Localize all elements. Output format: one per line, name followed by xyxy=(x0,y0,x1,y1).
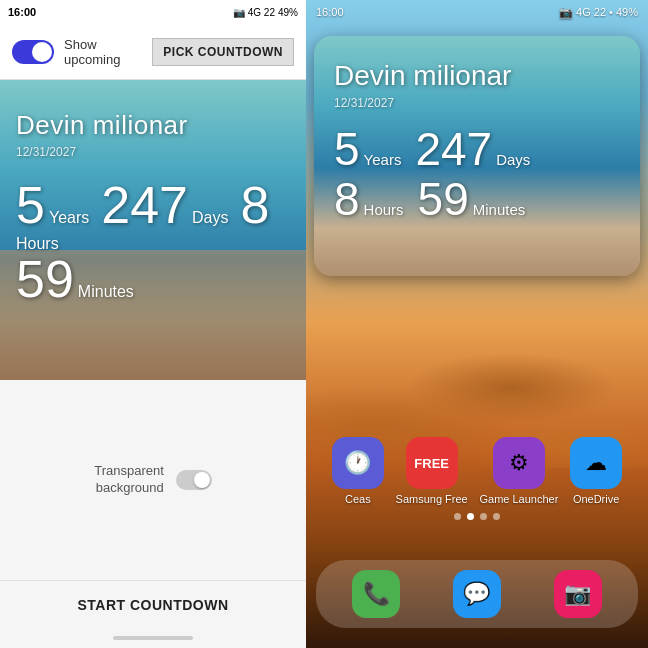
countdown-days-num: 247 xyxy=(101,179,188,231)
countdown-days-label: Days xyxy=(192,209,228,227)
pick-countdown-button[interactable]: PICK COUNTDOWN xyxy=(152,38,294,66)
left-battery-text: 49% xyxy=(278,7,298,18)
widget-days-label: Days xyxy=(496,151,530,168)
ceas-label: Ceas xyxy=(345,493,371,505)
widget-time-row-2: 8 Hours 59 Minutes xyxy=(334,176,620,222)
right-status-icons: 📷 4G 22 • 49% xyxy=(559,6,638,19)
widget-hours-label: Hours xyxy=(364,201,404,218)
right-panel: 16:00 📷 4G 22 • 49% Devin milionar 12/31… xyxy=(306,0,648,648)
right-network-text: 4G 22 • xyxy=(576,6,613,18)
countdown-event-name: Devin milionar xyxy=(16,110,290,141)
transparent-bg-toggle[interactable] xyxy=(176,470,212,490)
app-icon-ceas[interactable]: 🕐 Ceas xyxy=(332,437,384,505)
widget-event-date: 12/31/2027 xyxy=(334,96,620,110)
countdown-event-date: 12/31/2027 xyxy=(16,145,290,159)
widget-minutes-num: 59 xyxy=(418,176,469,222)
left-network-text: 4G 22 xyxy=(248,7,275,18)
ceas-icon-shape: 🕐 xyxy=(332,437,384,489)
transparent-bg-row: Transparentbackground xyxy=(0,380,306,580)
dot-2 xyxy=(467,513,474,520)
show-upcoming-toggle[interactable] xyxy=(12,40,54,64)
game-launcher-label: Game Launcher xyxy=(479,493,558,505)
widget-years-num: 5 xyxy=(334,126,360,172)
countdown-years-num: 5 xyxy=(16,179,45,231)
game-launcher-icon-shape: ⚙ xyxy=(493,437,545,489)
widget-years-label: Years xyxy=(364,151,402,168)
app-row-1: 🕐 Ceas FREE Samsung Free ⚙ Game Launcher… xyxy=(326,437,628,505)
dock-phone-icon[interactable]: 📞 xyxy=(352,570,400,618)
samsung-free-label: Samsung Free xyxy=(396,493,468,505)
left-status-icons: 📷 4G 22 49% xyxy=(233,7,298,18)
right-time: 16:00 xyxy=(316,6,344,18)
left-signal-icon: 📷 xyxy=(233,7,245,18)
left-time: 16:00 xyxy=(8,6,36,18)
left-toolbar: Show upcoming PICK COUNTDOWN xyxy=(0,24,306,80)
countdown-minutes-label: Minutes xyxy=(78,283,134,301)
show-upcoming-label: Show upcoming xyxy=(64,37,142,67)
right-status-bar: 16:00 📷 4G 22 • 49% xyxy=(306,0,648,24)
samsung-free-icon-shape: FREE xyxy=(406,437,458,489)
apps-area: 🕐 Ceas FREE Samsung Free ⚙ Game Launcher… xyxy=(306,437,648,528)
widget-time-row-1: 5 Years 247 Days xyxy=(334,126,620,172)
widget-content: Devin milionar 12/31/2027 5 Years 247 Da… xyxy=(314,36,640,276)
app-icon-samsung-free[interactable]: FREE Samsung Free xyxy=(396,437,468,505)
transparent-bg-label: Transparentbackground xyxy=(94,463,164,497)
onedrive-icon-shape: ☁ xyxy=(570,437,622,489)
page-dots xyxy=(326,513,628,520)
dot-1 xyxy=(454,513,461,520)
countdown-hours-num: 8 xyxy=(240,179,269,231)
bottom-handle xyxy=(113,636,193,640)
start-countdown-button[interactable]: START COUNTDOWN xyxy=(0,580,306,628)
countdown-preview: Devin milionar 12/31/2027 5 Years 247 Da… xyxy=(0,80,306,380)
countdown-time-row-2: 59 Minutes xyxy=(16,253,290,305)
dock-messages-icon[interactable]: 💬 xyxy=(453,570,501,618)
countdown-years-label: Years xyxy=(49,209,89,227)
dot-3 xyxy=(480,513,487,520)
left-status-bar: 16:00 📷 4G 22 49% xyxy=(0,0,306,24)
right-battery-text: 49% xyxy=(616,6,638,18)
app-icon-onedrive[interactable]: ☁ OneDrive xyxy=(570,437,622,505)
dot-4 xyxy=(493,513,500,520)
onedrive-label: OneDrive xyxy=(573,493,619,505)
start-countdown-label: START COUNTDOWN xyxy=(77,597,228,613)
left-panel: 16:00 📷 4G 22 49% Show upcoming PICK COU… xyxy=(0,0,306,648)
widget-minutes-label: Minutes xyxy=(473,201,526,218)
widget-event-name: Devin milionar xyxy=(334,60,620,92)
widget-card[interactable]: Devin milionar 12/31/2027 5 Years 247 Da… xyxy=(314,36,640,276)
widget-days-num: 247 xyxy=(415,126,492,172)
app-icon-game-launcher[interactable]: ⚙ Game Launcher xyxy=(479,437,558,505)
countdown-time-row-1: 5 Years 247 Days 8 Hours xyxy=(16,179,290,253)
dock-camera-icon[interactable]: 📷 xyxy=(554,570,602,618)
dock: 📞 💬 📷 xyxy=(316,560,638,628)
widget-hours-num: 8 xyxy=(334,176,360,222)
bottom-bar xyxy=(0,628,306,648)
right-photo-icon: 📷 xyxy=(559,6,573,19)
countdown-minutes-num: 59 xyxy=(16,253,74,305)
countdown-content: Devin milionar 12/31/2027 5 Years 247 Da… xyxy=(0,80,306,380)
